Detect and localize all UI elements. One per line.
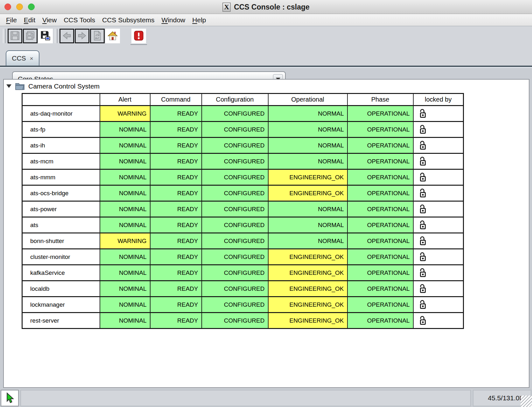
alert-state-cell[interactable]: NOMINAL — [100, 154, 150, 169]
command-state-cell[interactable]: READY — [150, 249, 202, 265]
configuration-state-cell[interactable]: CONFIGURED — [202, 217, 268, 233]
locked-by-cell[interactable] — [413, 122, 464, 138]
phase-state-cell[interactable]: OPERATIONAL — [347, 185, 413, 201]
phase-state-cell[interactable]: OPERATIONAL — [347, 265, 413, 281]
operational-state-cell[interactable]: NORMAL — [268, 217, 347, 233]
menu-item-view[interactable]: View — [39, 16, 60, 24]
column-header-command[interactable]: Command — [150, 94, 202, 106]
operational-state-cell[interactable]: NORMAL — [268, 122, 347, 138]
configuration-state-cell[interactable]: CONFIGURED — [202, 233, 268, 249]
command-state-cell[interactable]: READY — [150, 154, 202, 169]
save-all-button[interactable] — [23, 29, 38, 43]
locked-by-cell[interactable] — [413, 313, 464, 329]
configuration-state-cell[interactable]: CONFIGURED — [202, 138, 268, 154]
phase-state-cell[interactable]: OPERATIONAL — [347, 106, 413, 122]
back-button[interactable] — [60, 29, 74, 43]
operational-state-cell[interactable]: NORMAL — [268, 138, 347, 154]
forward-button[interactable] — [75, 29, 89, 43]
alert-state-cell[interactable]: NOMINAL — [100, 265, 150, 281]
window-resize-grip[interactable] — [521, 396, 532, 407]
column-header-operational[interactable]: Operational — [268, 94, 347, 106]
operational-state-cell[interactable]: NORMAL — [268, 201, 347, 217]
alert-state-cell[interactable]: WARNING — [100, 106, 150, 122]
configuration-state-cell[interactable]: CONFIGURED — [202, 154, 268, 169]
home-button[interactable] — [105, 29, 120, 43]
configuration-state-cell[interactable]: CONFIGURED — [202, 106, 268, 122]
subsystem-name-cell[interactable]: ats-power — [22, 201, 100, 217]
operational-state-cell[interactable]: NORMAL — [268, 106, 347, 122]
phase-state-cell[interactable]: OPERATIONAL — [347, 281, 413, 297]
alert-state-cell[interactable]: NOMINAL — [100, 201, 150, 217]
operational-state-cell[interactable]: ENGINEERING_OK — [268, 249, 347, 265]
alert-state-cell[interactable]: NOMINAL — [100, 185, 150, 201]
column-header-phase[interactable]: Phase — [347, 94, 413, 106]
command-state-cell[interactable]: READY — [150, 217, 202, 233]
operational-state-cell[interactable]: ENGINEERING_OK — [268, 281, 347, 297]
locked-by-cell[interactable] — [413, 281, 464, 297]
configuration-state-cell[interactable]: CONFIGURED — [202, 265, 268, 281]
operational-state-cell[interactable]: ENGINEERING_OK — [268, 313, 347, 329]
locked-by-cell[interactable] — [413, 185, 464, 201]
command-state-cell[interactable]: READY — [150, 297, 202, 313]
locked-by-cell[interactable] — [413, 297, 464, 313]
alert-state-cell[interactable]: NOMINAL — [100, 122, 150, 138]
alert-state-cell[interactable]: NOMINAL — [100, 138, 150, 154]
subsystem-name-cell[interactable]: ats-ih — [22, 138, 100, 154]
locked-by-cell[interactable] — [413, 106, 464, 122]
phase-state-cell[interactable]: OPERATIONAL — [347, 138, 413, 154]
operational-state-cell[interactable]: ENGINEERING_OK — [268, 185, 347, 201]
alert-state-cell[interactable]: NOMINAL — [100, 169, 150, 185]
command-state-cell[interactable]: READY — [150, 201, 202, 217]
menu-item-ccs-subsystems[interactable]: CCS Subsystems — [99, 16, 158, 24]
close-window-button[interactable] — [4, 4, 11, 10]
subsystem-name-cell[interactable]: ats — [22, 217, 100, 233]
phase-state-cell[interactable]: OPERATIONAL — [347, 217, 413, 233]
tree-expander-icon[interactable] — [6, 84, 11, 88]
phase-state-cell[interactable]: OPERATIONAL — [347, 313, 413, 329]
phase-state-cell[interactable]: OPERATIONAL — [347, 297, 413, 313]
command-state-cell[interactable]: READY — [150, 185, 202, 201]
locked-by-cell[interactable] — [413, 233, 464, 249]
configuration-state-cell[interactable]: CONFIGURED — [202, 185, 268, 201]
subsystem-name-cell[interactable]: localdb — [22, 281, 100, 297]
column-header-locked-by[interactable]: locked by — [413, 94, 464, 106]
menu-item-help[interactable]: Help — [189, 16, 209, 24]
alert-state-cell[interactable]: NOMINAL — [100, 297, 150, 313]
command-state-cell[interactable]: READY — [150, 122, 202, 138]
configuration-state-cell[interactable]: CONFIGURED — [202, 201, 268, 217]
column-header-name[interactable] — [22, 94, 100, 106]
configuration-state-cell[interactable]: CONFIGURED — [202, 122, 268, 138]
configuration-state-cell[interactable]: CONFIGURED — [202, 297, 268, 313]
locked-by-cell[interactable] — [413, 154, 464, 169]
column-header-alert[interactable]: Alert — [100, 94, 150, 106]
operational-state-cell[interactable]: NORMAL — [268, 154, 347, 169]
column-header-configuration[interactable]: Configuration — [202, 94, 268, 106]
subsystem-name-cell[interactable]: ats-ocs-bridge — [22, 185, 100, 201]
command-state-cell[interactable]: READY — [150, 265, 202, 281]
subsystem-name-cell[interactable]: ats-daq-monitor — [22, 106, 100, 122]
subsystem-name-cell[interactable]: bonn-shutter — [22, 233, 100, 249]
operational-state-cell[interactable]: ENGINEERING_OK — [268, 265, 347, 281]
alert-button[interactable] — [131, 29, 146, 43]
zoom-window-button[interactable] — [28, 4, 35, 10]
menu-item-edit[interactable]: Edit — [20, 16, 39, 24]
locked-by-cell[interactable] — [413, 201, 464, 217]
toolbar-drag-handle[interactable] — [3, 29, 6, 43]
subsystem-name-cell[interactable]: ats-fp — [22, 122, 100, 138]
menu-item-ccs-tools[interactable]: CCS Tools — [60, 16, 99, 24]
command-state-cell[interactable]: READY — [150, 281, 202, 297]
configuration-state-cell[interactable]: CONFIGURED — [202, 169, 268, 185]
tab-close-icon[interactable]: × — [30, 55, 33, 61]
operational-state-cell[interactable]: ENGINEERING_OK — [268, 297, 347, 313]
subsystem-name-cell[interactable]: rest-server — [22, 313, 100, 329]
alert-state-cell[interactable]: NOMINAL — [100, 249, 150, 265]
menu-item-file[interactable]: File — [3, 16, 20, 24]
phase-state-cell[interactable]: OPERATIONAL — [347, 154, 413, 169]
subsystem-name-cell[interactable]: ats-mcm — [22, 154, 100, 169]
subsystem-name-cell[interactable]: ats-mmm — [22, 169, 100, 185]
phase-state-cell[interactable]: OPERATIONAL — [347, 122, 413, 138]
alert-state-cell[interactable]: NOMINAL — [100, 217, 150, 233]
operational-state-cell[interactable]: NORMAL — [268, 233, 347, 249]
tree-node-camera-control-system[interactable]: Camera Control System — [6, 82, 100, 90]
locked-by-cell[interactable] — [413, 169, 464, 185]
